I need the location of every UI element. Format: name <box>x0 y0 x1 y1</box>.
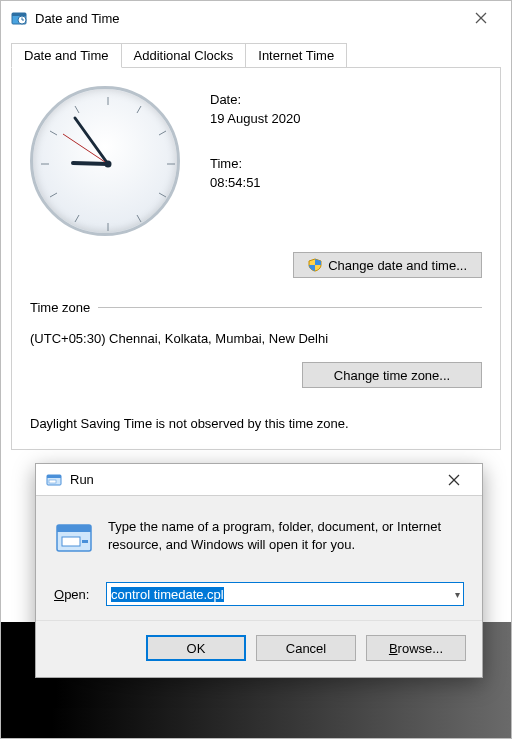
svg-rect-25 <box>49 480 56 483</box>
ok-button[interactable]: OK <box>146 635 246 661</box>
date-time-info: Date: 19 August 2020 Time: 08:54:51 <box>210 86 300 236</box>
svg-line-16 <box>159 193 166 197</box>
svg-line-15 <box>159 131 166 135</box>
svg-line-11 <box>75 106 79 113</box>
run-title: Run <box>70 472 436 487</box>
svg-rect-1 <box>12 13 26 16</box>
run-close-button[interactable] <box>436 468 472 492</box>
date-value: 19 August 2020 <box>210 111 300 126</box>
date-time-icon <box>11 10 27 26</box>
open-combobox[interactable]: ▾ <box>106 582 464 606</box>
svg-rect-29 <box>57 525 91 532</box>
window-title: Date and Time <box>35 11 461 26</box>
svg-point-22 <box>105 161 112 168</box>
analog-clock <box>30 86 180 236</box>
tab-strip: Date and Time Additional Clocks Internet… <box>11 43 501 68</box>
run-button-row: OK Cancel Browse... <box>36 620 482 677</box>
svg-line-21 <box>63 134 108 164</box>
run-description: Type the name of a program, folder, docu… <box>108 518 464 558</box>
dst-text: Daylight Saving Time is not observed by … <box>30 416 482 431</box>
run-program-icon <box>54 518 94 558</box>
timezone-section-label: Time zone <box>30 300 482 315</box>
svg-line-17 <box>75 215 79 222</box>
date-time-window: Date and Time Date and Time Additional C… <box>0 0 512 739</box>
close-button[interactable] <box>461 4 501 32</box>
tab-panel: Date: 19 August 2020 Time: 08:54:51 Chan… <box>11 67 501 450</box>
change-date-time-label: Change date and time... <box>328 258 467 273</box>
tab-date-and-time[interactable]: Date and Time <box>11 43 122 68</box>
svg-line-19 <box>73 163 108 164</box>
change-time-zone-label: Change time zone... <box>334 368 450 383</box>
change-time-zone-button[interactable]: Change time zone... <box>302 362 482 388</box>
divider <box>98 307 482 308</box>
change-date-time-button[interactable]: Change date and time... <box>293 252 482 278</box>
cancel-button[interactable]: Cancel <box>256 635 356 661</box>
run-dialog: Run Type the name of a program, folder, … <box>35 463 483 678</box>
open-input[interactable] <box>106 582 464 606</box>
timezone-value: (UTC+05:30) Chennai, Kolkata, Mumbai, Ne… <box>30 331 482 346</box>
browse-button[interactable]: Browse... <box>366 635 466 661</box>
date-label: Date: <box>210 92 300 107</box>
svg-line-14 <box>50 193 57 197</box>
svg-line-12 <box>137 106 141 113</box>
svg-rect-31 <box>82 540 88 543</box>
svg-rect-30 <box>62 537 80 546</box>
time-label: Time: <box>210 156 300 171</box>
svg-line-13 <box>50 131 57 135</box>
timezone-section-text: Time zone <box>30 300 98 315</box>
run-icon <box>46 472 62 488</box>
run-titlebar: Run <box>36 464 482 496</box>
svg-line-18 <box>137 215 141 222</box>
titlebar: Date and Time <box>1 1 511 35</box>
tab-additional-clocks[interactable]: Additional Clocks <box>121 43 247 68</box>
time-value: 08:54:51 <box>210 175 300 190</box>
uac-shield-icon <box>308 258 322 272</box>
open-label: Open: <box>54 587 106 602</box>
tab-internet-time[interactable]: Internet Time <box>245 43 347 68</box>
svg-rect-24 <box>47 475 61 478</box>
svg-line-20 <box>75 118 108 164</box>
